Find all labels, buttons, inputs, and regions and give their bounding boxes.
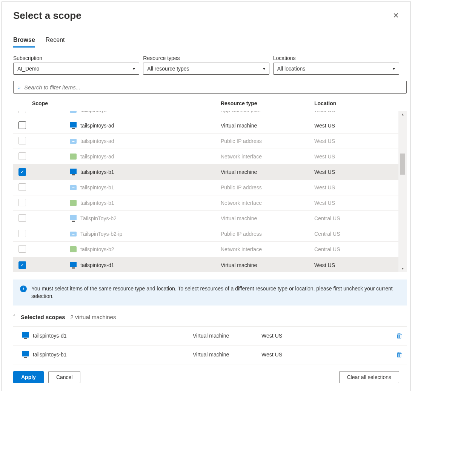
table-row[interactable]: tailspintoys App Service plan West US	[13, 111, 407, 118]
row-checkbox[interactable]	[18, 111, 26, 113]
row-name: tailspintoys-ad	[80, 123, 114, 129]
chevron-down-icon: ▾	[263, 66, 265, 71]
row-location: West US	[314, 169, 407, 175]
tab-recent[interactable]: Recent	[46, 37, 65, 48]
tab-browse[interactable]: Browse	[13, 37, 35, 48]
delete-selected-button[interactable]: 🗑	[394, 332, 407, 340]
row-name: tailspintoys-b1	[80, 184, 114, 190]
col-scope[interactable]: Scope	[32, 100, 221, 106]
row-type: Virtual machine	[221, 169, 314, 175]
row-name: tailspintoys-ad	[80, 154, 114, 160]
row-location: West US	[314, 262, 407, 268]
row-type: Virtual machine	[221, 123, 314, 129]
cancel-button[interactable]: Cancel	[48, 371, 81, 383]
dialog-header: Select a scope ✕	[2, 2, 410, 25]
selected-location: West US	[261, 333, 394, 339]
row-type: Network interface	[221, 200, 314, 206]
row-type: Public IP address	[221, 138, 314, 144]
row-type: Public IP address	[221, 231, 314, 237]
subscription-select[interactable]: AI_Demo ▾	[13, 63, 139, 75]
table-row[interactable]: tailspintoys-b2 Network interface Centra…	[13, 242, 407, 257]
row-checkbox[interactable]	[18, 121, 26, 129]
selected-scopes-count: 2 virtual machines	[71, 314, 116, 320]
trash-icon: 🗑	[396, 351, 403, 358]
search-box[interactable]: ⌕	[13, 81, 407, 94]
vm-icon	[70, 215, 77, 222]
row-checkbox[interactable]	[18, 230, 26, 237]
app-plan-icon	[70, 111, 77, 113]
row-checkbox[interactable]	[18, 137, 26, 144]
table-row[interactable]: ✓ tailspintoys-b1 Virtual machine West U…	[13, 164, 407, 180]
row-location: Central US	[314, 231, 407, 237]
row-name: tailspintoys-d1	[80, 262, 114, 268]
filter-resource-types: Resource types All resource types ▾	[143, 55, 269, 75]
row-location: West US	[314, 184, 407, 190]
rows-container: tailspintoys App Service plan West US ta…	[13, 111, 407, 272]
col-resource-type[interactable]: Resource type	[221, 100, 314, 106]
scroll-up-icon[interactable]: ▴	[402, 111, 404, 117]
row-location: West US	[314, 123, 407, 129]
row-checkbox[interactable]: ✓	[18, 168, 26, 176]
vm-icon	[70, 168, 77, 176]
table-row[interactable]: TailspinToys-b2 Virtual machine Central …	[13, 211, 407, 226]
subscription-value: AI_Demo	[17, 66, 39, 72]
selected-scopes-label: Selected scopes	[21, 314, 65, 320]
delete-selected-button[interactable]: 🗑	[394, 350, 407, 359]
scrollbar[interactable]: ▴ ▾	[398, 111, 407, 272]
col-location[interactable]: Location	[314, 100, 407, 106]
vm-icon	[22, 332, 29, 339]
row-name: tailspintoys-ad	[80, 138, 114, 144]
table-row[interactable]: tailspintoys-ad Network interface West U…	[13, 149, 407, 164]
row-location: Central US	[314, 246, 407, 252]
apply-button[interactable]: Apply	[13, 371, 44, 383]
row-type: Network interface	[221, 246, 314, 252]
vm-icon	[70, 261, 77, 269]
selected-type: Virtual machine	[193, 333, 261, 339]
table-row[interactable]: ✓ tailspintoys-d1 Virtual machine West U…	[13, 257, 407, 272]
row-name: tailspintoys-b2	[80, 246, 114, 252]
table-row[interactable]: •••tailspintoys-ad Public IP address Wes…	[13, 134, 407, 149]
clear-all-button[interactable]: Clear all selections	[339, 371, 400, 383]
chevron-up-icon: ˄	[13, 314, 15, 319]
table-row[interactable]: •••TailspinToys-b2-ip Public IP address …	[13, 226, 407, 242]
scroll-thumb[interactable]	[400, 154, 405, 175]
selected-rows: tailspintoys-d1 Virtual machine West US …	[13, 326, 407, 364]
row-name: TailspinToys-b2	[80, 215, 117, 221]
filter-subscription: Subscription AI_Demo ▾	[13, 55, 139, 75]
locations-select[interactable]: All locations ▾	[273, 63, 399, 75]
row-name: tailspintoys	[80, 111, 106, 113]
row-checkbox[interactable]: ✓	[18, 261, 26, 269]
row-location: West US	[314, 138, 407, 144]
row-type: Virtual machine	[221, 262, 314, 268]
subscription-label: Subscription	[13, 55, 139, 61]
row-checkbox[interactable]	[18, 183, 26, 191]
tabs: Browse Recent	[2, 25, 410, 48]
resource-types-label: Resource types	[143, 55, 269, 61]
row-type: Network interface	[221, 154, 314, 160]
table-row[interactable]: •••tailspintoys-b1 Public IP address Wes…	[13, 180, 407, 195]
row-checkbox[interactable]	[18, 214, 26, 222]
row-name: tailspintoys-b1	[80, 200, 114, 206]
selected-scopes-header[interactable]: ˄ Selected scopes 2 virtual machines	[13, 314, 407, 320]
resource-types-select[interactable]: All resource types ▾	[143, 63, 269, 75]
row-checkbox[interactable]	[18, 245, 26, 253]
table-row[interactable]: tailspintoys-ad Virtual machine West US	[13, 118, 407, 134]
close-button[interactable]: ✕	[390, 9, 401, 22]
filter-locations: Locations All locations ▾	[273, 55, 399, 75]
table-row[interactable]: tailspintoys-b1 Network interface West U…	[13, 195, 407, 211]
search-input[interactable]	[23, 84, 403, 91]
scroll-down-icon[interactable]: ▾	[402, 266, 404, 271]
row-checkbox[interactable]	[18, 152, 26, 160]
row-name: TailspinToys-b2-ip	[80, 231, 122, 237]
search-icon: ⌕	[17, 84, 20, 90]
close-icon: ✕	[393, 11, 399, 20]
info-icon: i	[20, 286, 27, 292]
row-checkbox[interactable]	[18, 199, 26, 206]
dialog-title: Select a scope	[13, 10, 81, 21]
info-text: You must select items of the same resour…	[31, 285, 400, 300]
row-location: West US	[314, 200, 407, 206]
selected-row: tailspintoys-d1 Virtual machine West US …	[13, 326, 407, 345]
locations-label: Locations	[273, 55, 399, 61]
row-location: West US	[314, 154, 407, 160]
selected-name: tailspintoys-d1	[33, 333, 67, 339]
